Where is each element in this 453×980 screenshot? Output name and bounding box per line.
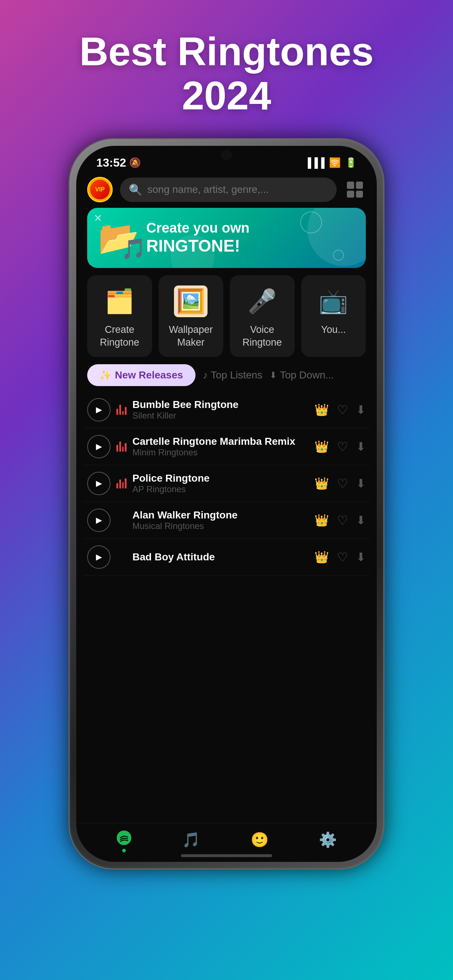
status-bar: 13:52 🔕 ▐▐▐ 🛜 🔋 (76, 146, 377, 173)
youtube-icon: 📺 (317, 285, 350, 318)
grid-view-icon[interactable] (344, 179, 366, 200)
heart-icon-1[interactable]: ♡ (337, 402, 348, 417)
crown-icon-5[interactable]: 👑 (314, 550, 329, 564)
banner-emoji: 📂 🎵 (98, 219, 139, 257)
create-ringtone-label: CreateRingtone (100, 323, 139, 349)
nav-settings[interactable]: ⚙️ (319, 831, 337, 848)
song-info-4: Alan Walker Ringtone Musical Ringtones (132, 509, 309, 531)
search-icon: 🔍 (129, 183, 142, 196)
song-item-5[interactable]: ▶ Bad Boy Attitude 👑 ♡ ⬇ (83, 539, 370, 576)
music-note-icon: ♪ (203, 369, 208, 381)
vip-inner: VIP (90, 180, 110, 199)
tab-new-releases-label: New Releases (115, 369, 183, 381)
nav-home[interactable] (116, 830, 132, 850)
silent-icon: 🔕 (129, 157, 141, 169)
download-btn-5[interactable]: ⬇ (356, 550, 366, 564)
crown-icon-1[interactable]: 👑 (314, 403, 329, 417)
banner-line2: RINGTONE! (146, 236, 249, 256)
youtube-label: You... (321, 323, 346, 336)
search-input[interactable] (147, 184, 328, 196)
song-info-2: Cartelle Ringtone Marimba Remix Minim Ri… (132, 436, 309, 458)
nav-music[interactable]: 🎵 (182, 831, 200, 848)
crown-icon-4[interactable]: 👑 (314, 513, 329, 527)
crown-icon-2[interactable]: 👑 (314, 440, 329, 453)
download-btn-1[interactable]: ⬇ (356, 403, 366, 417)
tab-top-downloads[interactable]: ⬇ Top Down... (270, 369, 334, 381)
search-row: VIP 🔍 (76, 173, 377, 208)
banner-line1: Create you own (146, 220, 249, 236)
nav-home-indicator (122, 849, 126, 853)
download-btn-4[interactable]: ⬇ (356, 513, 366, 527)
feature-card-voice[interactable]: 🎤 VoiceRingtone (230, 275, 295, 357)
tab-new-releases[interactable]: ✨ New Releases (87, 364, 196, 386)
heart-icon-5[interactable]: ♡ (337, 550, 348, 565)
feature-card-wallpaper[interactable]: 🖼️ WallpaperMaker (159, 275, 223, 357)
home-indicator (76, 853, 377, 862)
play-button-5[interactable]: ▶ (87, 546, 110, 569)
song-title-3: Police Ringtone (132, 473, 309, 484)
camera-notch (221, 150, 232, 161)
song-title-2: Cartelle Ringtone Marimba Remix (132, 436, 309, 447)
time-display: 13:52 (96, 156, 126, 170)
vip-badge[interactable]: VIP (87, 177, 113, 202)
home-icon (116, 830, 132, 850)
app-title: Best Ringtones 2024 (80, 29, 374, 118)
song-item-4[interactable]: ▶ Alan Walker Ringtone Musical Ringtones… (83, 502, 370, 539)
status-indicators: ▐▐▐ 🛜 🔋 (305, 157, 357, 169)
tab-top-listens[interactable]: ♪ Top Listens (203, 369, 263, 381)
song-item-3[interactable]: ▶ Police Ringtone AP Ringtones 👑 ♡ (83, 465, 370, 502)
crown-icon-3[interactable]: 👑 (314, 477, 329, 490)
voice-ringtone-label: VoiceRingtone (242, 323, 282, 349)
face-icon: 🙂 (250, 831, 269, 848)
song-actions-3: 👑 ♡ ⬇ (314, 476, 366, 491)
signal-icon: ▐▐▐ (305, 157, 325, 169)
deco-circle-2 (333, 250, 344, 261)
music-icon: 🎵 (182, 831, 200, 848)
song-subtitle-3: AP Ringtones (132, 484, 309, 495)
search-bar[interactable]: 🔍 (120, 178, 337, 202)
create-ringtone-icon: 🗂️ (103, 285, 136, 318)
phone-mockup: 13:52 🔕 ▐▐▐ 🛜 🔋 VIP 🔍 (70, 139, 383, 941)
audio-bars-3 (116, 478, 126, 488)
banner-text: Create you own RINGTONE! (146, 220, 249, 256)
download-btn-2[interactable]: ⬇ (356, 440, 366, 453)
song-actions-5: 👑 ♡ ⬇ (314, 550, 366, 565)
song-item-1[interactable]: ▶ Bumble Bee Ringtone Silent Killer 👑 ♡ (83, 391, 370, 428)
audio-bars-1 (116, 405, 126, 415)
play-button-4[interactable]: ▶ (87, 509, 110, 532)
tab-top-downloads-label: Top Down... (280, 369, 334, 381)
vip-label: VIP (95, 186, 105, 193)
song-subtitle-1: Silent Killer (132, 410, 309, 421)
heart-icon-3[interactable]: ♡ (337, 476, 348, 491)
download-btn-3[interactable]: ⬇ (356, 477, 366, 490)
bottom-navigation: 🎵 🙂 ⚙️ (76, 823, 377, 853)
audio-bars-2 (116, 442, 126, 452)
song-actions-4: 👑 ♡ ⬇ (314, 513, 366, 528)
play-button-3[interactable]: ▶ (87, 472, 110, 495)
tabs-row: ✨ New Releases ♪ Top Listens ⬇ Top Down.… (76, 364, 377, 391)
home-bar (181, 854, 272, 857)
nav-face[interactable]: 🙂 (250, 831, 269, 848)
heart-icon-2[interactable]: ♡ (337, 439, 348, 454)
song-subtitle-4: Musical Ringtones (132, 521, 309, 531)
feature-cards-row: 🗂️ CreateRingtone 🖼️ WallpaperMaker 🎤 Vo… (76, 275, 377, 357)
song-item-2[interactable]: ▶ Cartelle Ringtone Marimba Remix Minim … (83, 428, 370, 465)
song-title-1: Bumble Bee Ringtone (132, 399, 309, 410)
deco-circle-1 (300, 212, 322, 233)
feature-card-create-ringtone[interactable]: 🗂️ CreateRingtone (87, 275, 152, 357)
feature-card-youtube[interactable]: 📺 You... (301, 275, 366, 357)
song-info-3: Police Ringtone AP Ringtones (132, 473, 309, 495)
voice-ringtone-icon: 🎤 (246, 285, 279, 318)
song-info-1: Bumble Bee Ringtone Silent Killer (132, 399, 309, 421)
heart-icon-4[interactable]: ♡ (337, 513, 348, 528)
wallpaper-maker-icon: 🖼️ (174, 285, 207, 318)
wallpaper-maker-label: WallpaperMaker (169, 323, 213, 349)
play-button-2[interactable]: ▶ (87, 435, 110, 458)
battery-icon: 🔋 (345, 157, 357, 169)
sparkle-icon: ✨ (100, 370, 111, 381)
promo-banner[interactable]: ✕ 📂 🎵 Create you own RINGTONE! (87, 208, 366, 268)
wifi-icon: 🛜 (329, 157, 341, 169)
play-button-1[interactable]: ▶ (87, 398, 110, 422)
song-actions-2: 👑 ♡ ⬇ (314, 439, 366, 454)
settings-icon: ⚙️ (319, 831, 337, 848)
